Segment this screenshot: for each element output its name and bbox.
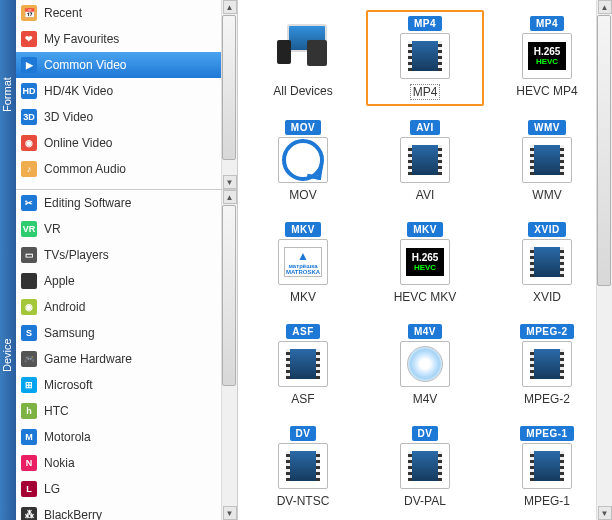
scroll-thumb[interactable] (222, 205, 236, 386)
sidebar-item-label: HD/4K Video (44, 84, 113, 98)
sidebar-item-tvs-players[interactable]: ▭TVs/Players (16, 242, 237, 268)
format-icon: MPEG-1 (515, 426, 579, 490)
sidebar-item-online-video[interactable]: ◉Online Video (16, 130, 237, 156)
scroll-up-icon[interactable]: ▲ (223, 190, 237, 204)
format-tile-mp4[interactable]: MP4MP4 (366, 10, 484, 106)
sidebar-item-common-video[interactable]: ▶Common Video (16, 52, 237, 78)
format-tile-dv-pal[interactable]: DVDV-PAL (366, 420, 484, 514)
category-rail: Format Device (0, 0, 16, 520)
device-scrollbar[interactable]: ▲▼ (221, 190, 237, 520)
format-scrollbar[interactable]: ▲▼ (221, 0, 237, 189)
sidebar-item-apple[interactable]: Apple (16, 268, 237, 294)
sidebar-item-vr[interactable]: VRVR (16, 216, 237, 242)
sidebar-format-section: 📅Recent❤My Favourites▶Common VideoHDHD/4… (16, 0, 237, 190)
format-badge: MOV (285, 120, 321, 135)
sidebar-item-nokia[interactable]: NNokia (16, 450, 237, 476)
online-video-icon: ◉ (20, 134, 38, 152)
favourites-icon: ❤ (20, 30, 38, 48)
sidebar-item-label: Game Hardware (44, 352, 132, 366)
sidebar-item-recent[interactable]: 📅Recent (16, 0, 237, 26)
sidebar-item-game-hardware[interactable]: 🎮Game Hardware (16, 346, 237, 372)
format-label: MPEG-1 (524, 494, 570, 508)
motorola-icon: M (20, 428, 38, 446)
format-tile-all-devices[interactable]: All Devices (244, 10, 362, 106)
apple-icon (20, 272, 38, 290)
sidebar-item-android[interactable]: ◉Android (16, 294, 237, 320)
format-badge: DV (290, 426, 317, 441)
document-icon (522, 239, 572, 285)
game-icon: 🎮 (20, 350, 38, 368)
format-tile-mpeg-2[interactable]: MPEG-2MPEG-2 (488, 318, 606, 412)
sidebar-item-common-audio[interactable]: ♪Common Audio (16, 156, 237, 182)
format-icon: MP4 (393, 16, 457, 80)
microsoft-icon: ⊞ (20, 376, 38, 394)
format-badge: XVID (528, 222, 565, 237)
sidebar-item-motorola[interactable]: MMotorola (16, 424, 237, 450)
tv-icon: ▭ (20, 246, 38, 264)
format-badge: M4V (408, 324, 442, 339)
scroll-track[interactable] (597, 14, 612, 506)
scroll-up-icon[interactable]: ▲ (598, 0, 612, 14)
format-panel: All DevicesMP4MP4MP4H.265HEVCHEVC MP4MOV… (238, 0, 612, 520)
format-icon: WMV (515, 120, 579, 184)
format-tile-xvid[interactable]: XVIDXVID (488, 216, 606, 310)
htc-icon: h (20, 402, 38, 420)
format-tile-hevc-mkv[interactable]: MKVH.265HEVCHEVC MKV (366, 216, 484, 310)
document-icon (400, 443, 450, 489)
format-tile-wmv[interactable]: WMVWMV (488, 114, 606, 208)
recent-icon: 📅 (20, 4, 38, 22)
document-icon (522, 341, 572, 387)
format-badge: ASF (286, 324, 320, 339)
format-badge: DV (412, 426, 439, 441)
format-tile-mkv[interactable]: MKVматрёшкаMATROSKAMKV (244, 216, 362, 310)
editing-icon: ✂ (20, 194, 38, 212)
scroll-down-icon[interactable]: ▼ (598, 506, 612, 520)
format-icon: DV (393, 426, 457, 490)
format-icon (271, 16, 335, 80)
format-badge: MKV (285, 222, 321, 237)
document-icon: H.265HEVC (400, 239, 450, 285)
nokia-icon: N (20, 454, 38, 472)
sidebar-item-blackberry[interactable]: ⁂BlackBerry (16, 502, 237, 520)
format-tile-mov[interactable]: MOVMOV (244, 114, 362, 208)
sidebar: 📅Recent❤My Favourites▶Common VideoHDHD/4… (16, 0, 238, 520)
content-scrollbar[interactable]: ▲ ▼ (596, 0, 612, 520)
format-label: AVI (416, 188, 434, 202)
scroll-up-icon[interactable]: ▲ (223, 0, 237, 14)
3d-icon: 3D (20, 108, 38, 126)
scroll-thumb[interactable] (597, 15, 611, 286)
format-tile-m4v[interactable]: M4VM4V (366, 318, 484, 412)
format-tile-avi[interactable]: AVIAVI (366, 114, 484, 208)
document-icon (400, 341, 450, 387)
scroll-down-icon[interactable]: ▼ (223, 506, 237, 520)
document-icon (400, 137, 450, 183)
rail-label-device: Device (0, 190, 16, 520)
format-icon: MKVматрёшкаMATROSKA (271, 222, 335, 286)
sidebar-item-microsoft[interactable]: ⊞Microsoft (16, 372, 237, 398)
format-tile-hevc-mp4[interactable]: MP4H.265HEVCHEVC MP4 (488, 10, 606, 106)
format-icon: MKVH.265HEVC (393, 222, 457, 286)
scroll-track[interactable] (222, 14, 237, 175)
format-label: MOV (289, 188, 316, 202)
scroll-track[interactable] (222, 204, 237, 506)
sidebar-item-samsung[interactable]: SSamsung (16, 320, 237, 346)
format-label: MPEG-2 (524, 392, 570, 406)
sidebar-item-3d-video[interactable]: 3D3D Video (16, 104, 237, 130)
sidebar-item-my-favourites[interactable]: ❤My Favourites (16, 26, 237, 52)
format-label: DV-NTSC (277, 494, 330, 508)
format-badge: MPEG-2 (520, 324, 573, 339)
scroll-thumb[interactable] (222, 15, 236, 160)
sidebar-item-label: TVs/Players (44, 248, 109, 262)
format-tile-asf[interactable]: ASFASF (244, 318, 362, 412)
sidebar-item-label: Samsung (44, 326, 95, 340)
sidebar-item-lg[interactable]: LLG (16, 476, 237, 502)
format-label: M4V (413, 392, 438, 406)
sidebar-item-hd-4k-video[interactable]: HDHD/4K Video (16, 78, 237, 104)
format-badge: MP4 (408, 16, 442, 31)
format-tile-mpeg-1[interactable]: MPEG-1MPEG-1 (488, 420, 606, 514)
scroll-down-icon[interactable]: ▼ (223, 175, 237, 189)
sidebar-item-htc[interactable]: hHTC (16, 398, 237, 424)
sidebar-item-editing-software[interactable]: ✂Editing Software (16, 190, 237, 216)
sidebar-item-label: Nokia (44, 456, 75, 470)
format-tile-dv-ntsc[interactable]: DVDV-NTSC (244, 420, 362, 514)
